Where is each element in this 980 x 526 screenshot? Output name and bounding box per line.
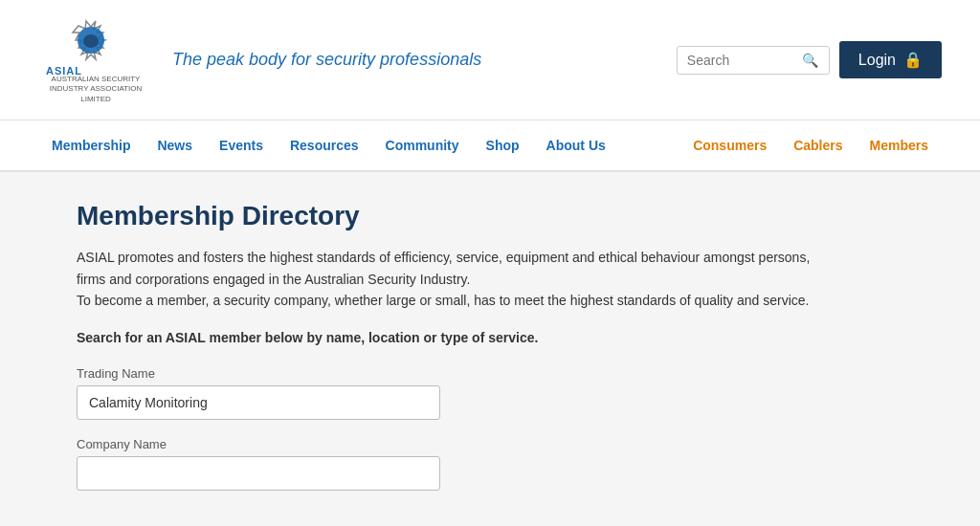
nav-item-shop[interactable]: Shop (473, 121, 533, 170)
nav-item-news[interactable]: News (144, 121, 206, 170)
lock-icon: 🔒 (903, 51, 923, 69)
search-input[interactable] (687, 53, 802, 68)
page-title: Membership Directory (77, 201, 903, 231)
nav-item-resources[interactable]: Resources (277, 121, 372, 170)
logo: ASIAL AUSTRALIAN SECURITY INDUSTRY ASSOC… (38, 15, 153, 104)
svg-point-2 (83, 34, 99, 48)
login-label: Login (858, 52, 896, 69)
logo-tagline: AUSTRALIAN SECURITY INDUSTRY ASSOCIATION… (38, 75, 153, 104)
header-right: 🔍 Login 🔒 (677, 41, 942, 78)
main-content: Membership Directory ASIAL promotes and … (0, 172, 980, 526)
nav-left: Membership News Events Resources Communi… (38, 121, 619, 170)
description: ASIAL promotes and fosters the highest s… (77, 247, 903, 311)
trading-name-group: Trading Name (77, 366, 903, 420)
logo-icon: ASIAL (38, 15, 153, 80)
nav-right: Consumers Cablers Members (679, 121, 942, 170)
nav-item-cablers[interactable]: Cablers (780, 121, 856, 170)
nav-item-membership[interactable]: Membership (38, 121, 144, 170)
company-name-label: Company Name (77, 437, 903, 451)
nav-item-about-us[interactable]: About Us (533, 121, 619, 170)
search-prompt: Search for an ASIAL member below by name… (77, 330, 903, 345)
nav-item-events[interactable]: Events (206, 121, 277, 170)
company-name-input[interactable] (77, 456, 440, 491)
header-left: ASIAL AUSTRALIAN SECURITY INDUSTRY ASSOC… (38, 15, 481, 104)
description-line2: firms and corporations engaged in the Au… (77, 272, 470, 287)
login-button[interactable]: Login 🔒 (839, 41, 942, 78)
description-line1: ASIAL promotes and fosters the highest s… (77, 250, 810, 265)
company-name-group: Company Name (77, 437, 903, 491)
search-box[interactable]: 🔍 (677, 46, 830, 75)
search-icon: 🔍 (802, 53, 818, 68)
trading-name-input[interactable] (77, 385, 440, 420)
header: ASIAL AUSTRALIAN SECURITY INDUSTRY ASSOC… (0, 0, 980, 121)
navbar: Membership News Events Resources Communi… (0, 121, 980, 172)
header-slogan: The peak body for security professionals (172, 50, 481, 70)
nav-item-consumers[interactable]: Consumers (679, 121, 780, 170)
trading-name-label: Trading Name (77, 366, 903, 381)
nav-item-members[interactable]: Members (857, 121, 942, 170)
nav-item-community[interactable]: Community (372, 121, 473, 170)
description-line3: To become a member, a security company, … (77, 293, 809, 308)
